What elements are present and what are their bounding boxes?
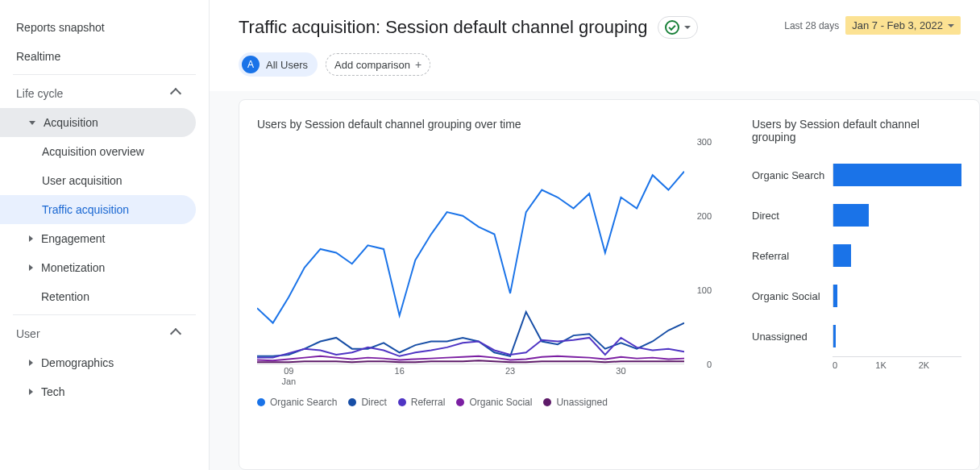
bar-label: Organic Search bbox=[752, 169, 833, 181]
bar-label: Direct bbox=[752, 210, 833, 222]
x-tick: 09Jan bbox=[281, 366, 296, 387]
bar-fill bbox=[833, 204, 869, 227]
chevron-down-icon bbox=[684, 26, 691, 29]
sidebar-item-label: Tech bbox=[41, 385, 65, 398]
sidebar-item-tech[interactable]: Tech bbox=[0, 377, 196, 406]
legend-label: Organic Social bbox=[469, 397, 532, 408]
date-preset-label: Last 28 days bbox=[784, 20, 839, 31]
sidebar-item-monetization[interactable]: Monetization bbox=[0, 253, 196, 282]
sidebar-item-label: Monetization bbox=[41, 261, 105, 274]
sidebar-section-user[interactable]: User bbox=[0, 318, 196, 348]
legend-item[interactable]: Direct bbox=[348, 397, 386, 408]
chip-all-users[interactable]: A All Users bbox=[239, 52, 318, 77]
divider bbox=[13, 74, 196, 75]
arrow-right-icon bbox=[29, 264, 33, 271]
sidebar-item-acquisition-overview[interactable]: Acquisition overview bbox=[0, 137, 196, 166]
chart-title: Users by Session default channel groupin… bbox=[257, 118, 712, 131]
sidebar-item-label: Acquisition bbox=[44, 116, 98, 129]
sidebar-item-traffic-acquisition[interactable]: Traffic acquisition bbox=[0, 195, 196, 224]
x-tick: 30 bbox=[616, 366, 625, 376]
x-tick: 2K bbox=[919, 360, 961, 370]
legend-item[interactable]: Organic Search bbox=[257, 397, 337, 408]
chevron-up-icon bbox=[172, 86, 180, 100]
main: Traffic acquisition: Session default cha… bbox=[210, 0, 980, 470]
sidebar-item-label: Engagement bbox=[41, 232, 105, 245]
arrow-right-icon bbox=[29, 389, 33, 395]
bar-fill bbox=[833, 244, 851, 267]
arrow-right-icon bbox=[29, 235, 33, 242]
chip-label: Add comparison bbox=[334, 59, 410, 71]
x-axis: 01K2K bbox=[833, 356, 961, 370]
legend-dot-icon bbox=[257, 398, 265, 406]
divider bbox=[13, 314, 196, 315]
sidebar: Reports snapshot Realtime Life cycle Acq… bbox=[0, 0, 210, 470]
x-tick: 16 bbox=[395, 366, 405, 376]
legend-label: Unassigned bbox=[556, 397, 607, 408]
bar-fill bbox=[833, 164, 961, 186]
sidebar-section-label: User bbox=[16, 327, 40, 340]
date-range-picker[interactable]: Jan 7 - Feb 3, 2022 bbox=[845, 16, 961, 35]
legend-item[interactable]: Organic Social bbox=[456, 397, 532, 408]
line-chart: Users by Session default channel groupin… bbox=[257, 118, 712, 455]
x-tick: 1K bbox=[875, 360, 918, 370]
bar-chart: Users by Session default channel groupin… bbox=[752, 118, 961, 455]
check-circle-icon bbox=[665, 20, 679, 35]
legend-dot-icon bbox=[398, 398, 406, 406]
bar-label: Referral bbox=[752, 250, 833, 262]
sidebar-item-user-acquisition[interactable]: User acquisition bbox=[0, 166, 196, 195]
legend-label: Organic Search bbox=[270, 397, 337, 408]
chart-title: Users by Session default channel groupin… bbox=[752, 118, 961, 143]
legend-dot-icon bbox=[543, 398, 551, 406]
arrow-down-icon bbox=[29, 121, 35, 125]
sidebar-item-acquisition[interactable]: Acquisition bbox=[0, 108, 196, 137]
bar-row: Organic Social bbox=[752, 276, 961, 316]
chevron-up-icon bbox=[172, 327, 180, 340]
sidebar-item-retention[interactable]: Retention bbox=[0, 282, 196, 311]
legend-item[interactable]: Referral bbox=[398, 397, 446, 408]
sidebar-section-life-cycle[interactable]: Life cycle bbox=[0, 78, 196, 108]
sidebar-item-engagement[interactable]: Engagement bbox=[0, 224, 196, 253]
bar-track bbox=[833, 244, 961, 267]
x-axis: 09Jan162330 bbox=[257, 364, 684, 384]
bar-row: Organic Search bbox=[752, 155, 961, 195]
legend: Organic SearchDirectReferralOrganic Soci… bbox=[257, 397, 712, 408]
y-axis: 0100200300 bbox=[687, 142, 712, 364]
line-plot bbox=[257, 142, 684, 364]
x-tick: 23 bbox=[505, 366, 515, 376]
bar-fill bbox=[833, 325, 836, 347]
chip-badge: A bbox=[242, 56, 260, 73]
bar-label: Unassigned bbox=[752, 331, 833, 343]
page-title: Traffic acquisition: Session default cha… bbox=[239, 17, 648, 38]
chip-label: All Users bbox=[266, 59, 308, 71]
arrow-right-icon bbox=[29, 360, 33, 366]
bar-row: Referral bbox=[752, 235, 961, 276]
bar-track bbox=[833, 164, 961, 186]
sidebar-item-reports-snapshot[interactable]: Reports snapshot bbox=[0, 13, 196, 42]
legend-dot-icon bbox=[348, 398, 356, 406]
status-dropdown[interactable] bbox=[658, 16, 698, 39]
bar-track bbox=[833, 204, 961, 227]
chevron-down-icon bbox=[948, 24, 954, 27]
add-comparison-button[interactable]: Add comparison + bbox=[326, 53, 430, 76]
y-tick: 100 bbox=[697, 285, 712, 295]
bar-row: Direct bbox=[752, 195, 961, 235]
sidebar-item-label: Demographics bbox=[41, 356, 114, 369]
plus-icon: + bbox=[415, 58, 421, 71]
sidebar-item-realtime[interactable]: Realtime bbox=[0, 42, 196, 71]
chart-card: Users by Session default channel groupin… bbox=[239, 99, 980, 470]
x-tick: 0 bbox=[833, 360, 875, 370]
comparison-chips: A All Users Add comparison + bbox=[210, 52, 980, 91]
bar-plot: Organic SearchDirectReferralOrganic Soci… bbox=[752, 155, 961, 356]
bar-track bbox=[833, 325, 961, 347]
legend-dot-icon bbox=[456, 398, 464, 406]
sidebar-item-demographics[interactable]: Demographics bbox=[0, 348, 196, 377]
bar-label: Organic Social bbox=[752, 290, 833, 302]
legend-item[interactable]: Unassigned bbox=[543, 397, 607, 408]
legend-label: Referral bbox=[411, 397, 446, 408]
sidebar-item-label: Retention bbox=[41, 290, 89, 303]
y-tick: 0 bbox=[707, 360, 712, 369]
y-tick: 200 bbox=[697, 211, 712, 221]
topbar: Traffic acquisition: Session default cha… bbox=[210, 0, 980, 52]
y-tick: 300 bbox=[697, 137, 712, 147]
bar-fill bbox=[833, 285, 837, 307]
